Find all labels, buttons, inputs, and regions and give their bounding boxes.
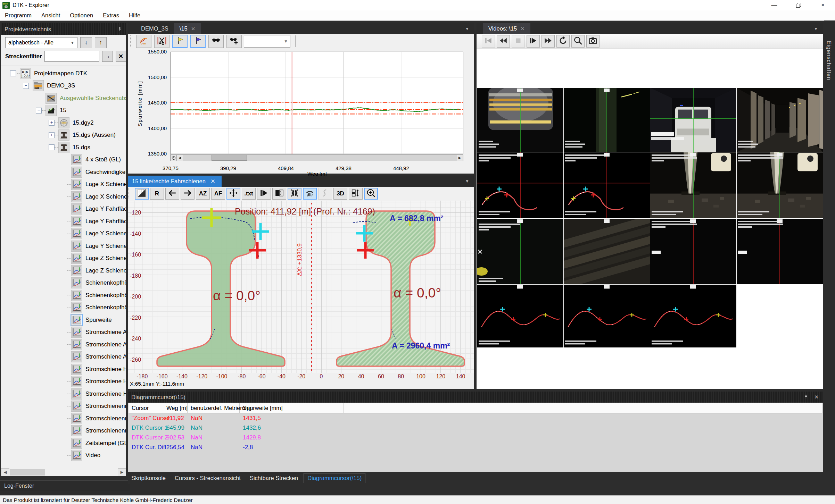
tree-expander[interactable]: − <box>36 108 42 114</box>
video-frame[interactable] <box>477 88 563 152</box>
video-frame[interactable] <box>650 152 736 218</box>
scrollbar-thumb[interactable] <box>10 469 45 476</box>
tree-item[interactable]: Stromschiene Absta <box>1 351 126 363</box>
profile-toolbar-button[interactable] <box>303 188 317 200</box>
sort-combo[interactable]: alphabetisch - Alle▼ <box>5 37 77 48</box>
close-icon[interactable]: ✕ <box>814 394 819 400</box>
chevron-down-icon[interactable]: ▼ <box>814 26 818 31</box>
chevron-down-icon[interactable]: ▼ <box>465 26 469 31</box>
chart-toolbar-button[interactable] <box>154 35 170 48</box>
tree-item[interactable]: 4 x Stoß (GL) <box>1 154 126 166</box>
bottom-tab[interactable]: Diagrammcursor(\15) <box>304 473 365 483</box>
video-frame[interactable] <box>564 219 650 284</box>
profile-toolbar-button[interactable] <box>257 188 271 200</box>
log-window-bar[interactable]: Log-Fenster <box>0 480 130 491</box>
tree-item[interactable]: Stromschiene Höhe <box>1 388 126 400</box>
video-frame[interactable] <box>737 285 823 347</box>
tree-item[interactable]: Zeitstempel (GL) <box>1 437 126 450</box>
profile-toolbar-button[interactable]: 3D <box>333 188 347 200</box>
chart-toolbar-button[interactable]: DTK <box>136 35 151 48</box>
sort-ascending-button[interactable]: ↑ <box>95 37 107 48</box>
tree-item[interactable]: Lage Y Fahrfläche S <box>1 215 126 228</box>
tree-item[interactable]: Ausgewählte Streckenabschnitte <box>1 92 126 104</box>
tree-item[interactable]: − 15.dgs <box>1 141 126 154</box>
chart-toolbar-button[interactable] <box>226 35 242 48</box>
cursor-table-row[interactable]: DTK Cur. Diff 256,54 NaN -2,8 <box>129 443 822 452</box>
video-toolbar-button[interactable] <box>556 35 570 48</box>
filter-input[interactable] <box>44 51 99 62</box>
tree-item[interactable]: Lage X Schiene L <box>1 178 126 191</box>
pin-icon[interactable] <box>803 394 809 399</box>
video-toolbar-button[interactable] <box>482 35 495 48</box>
tree-item[interactable]: Stromschiene Absta <box>1 326 126 339</box>
profile-toolbar-button[interactable] <box>135 188 149 200</box>
tree-item[interactable]: Lage Y Schiene L <box>1 228 126 240</box>
video-frame[interactable] <box>564 285 650 347</box>
video-frame[interactable] <box>737 88 823 152</box>
profile-toolbar-button[interactable] <box>272 188 286 200</box>
menu-item[interactable]: Programm <box>0 10 36 20</box>
scroll-right-icon[interactable]: ▶ <box>118 468 126 476</box>
profile-toolbar-button[interactable]: R <box>150 188 164 200</box>
tree-horizontal-scrollbar[interactable]: ◀ ▶ <box>1 468 126 476</box>
tree-item[interactable]: Lage X Schiene R <box>1 191 126 203</box>
tree-item[interactable]: Stromschienenneigu <box>1 400 126 413</box>
chart-toolbar-button[interactable] <box>172 35 188 48</box>
tab-demo-3s[interactable]: DEMO_3S <box>135 23 174 34</box>
toolbar-grip[interactable] <box>130 35 133 47</box>
tree-item[interactable]: Lage Z Schiene R <box>1 264 126 277</box>
tree-item[interactable]: Lage Z Schiene L <box>1 252 126 265</box>
cursor-table-row[interactable]: "Zoom" Cursor 411,92 NaN 1431,5 <box>129 413 822 423</box>
close-button[interactable]: × <box>811 0 835 10</box>
chart-toolbar-button[interactable] <box>208 35 224 48</box>
tree-item[interactable]: Schienenkopfhöhe- <box>1 289 126 302</box>
chevron-down-icon[interactable]: ▼ <box>465 179 469 184</box>
scrollbar-thumb[interactable] <box>212 155 247 161</box>
video-toolbar-button[interactable] <box>541 35 555 48</box>
tree-item[interactable]: Stromschiene Höhe <box>1 363 126 376</box>
rail-profile-view[interactable]: Position: 411,92 [m] (Prof. Nr.: 4169) Δ… <box>128 201 474 373</box>
video-toolbar-button[interactable] <box>586 35 600 48</box>
clock-icon[interactable] <box>171 155 177 161</box>
chart-scrollbar[interactable]: ◀ ▶ <box>170 154 463 161</box>
restore-button[interactable] <box>786 0 811 10</box>
tree-item[interactable]: Schienenkopfhöhe- <box>1 302 126 314</box>
bottom-tab[interactable]: Sichtbare Strecken <box>246 473 301 483</box>
profile-toolbar-button[interactable] <box>349 188 363 200</box>
menu-item[interactable]: Ansicht <box>36 10 65 20</box>
sort-descending-button[interactable]: ↓ <box>80 37 92 48</box>
video-frame[interactable] <box>737 219 823 284</box>
tree-item[interactable]: Stromschienenneigu <box>1 425 126 437</box>
video-frame[interactable] <box>564 88 650 152</box>
gauge-chart[interactable]: Spurweite [mm] Weg [m] 1550,001500,00145… <box>128 49 474 174</box>
video-frame[interactable] <box>737 152 823 218</box>
chart-combo[interactable]: ▼ <box>244 35 290 48</box>
scroll-left-icon[interactable]: ◀ <box>1 468 9 476</box>
tree-expander[interactable]: + <box>49 120 55 126</box>
profile-toolbar-button[interactable] <box>318 188 332 200</box>
clear-filter-button[interactable]: ✕ <box>116 51 126 62</box>
close-tab-icon[interactable]: ✕ <box>191 26 196 32</box>
profile-toolbar-button[interactable]: AF <box>211 188 225 200</box>
tree-item[interactable]: + 15.dgy2 <box>1 117 126 129</box>
toolbar-grip[interactable] <box>129 188 132 199</box>
video-frame[interactable] <box>650 219 736 284</box>
tree-item[interactable]: − 15 <box>1 104 126 117</box>
video-toolbar-button[interactable] <box>497 35 510 48</box>
bottom-tab[interactable]: Skriptkonsole <box>128 473 169 483</box>
profile-toolbar-button[interactable]: AZ <box>196 188 210 200</box>
tree-expander[interactable]: + <box>49 132 55 138</box>
video-frame[interactable] <box>564 152 650 218</box>
profile-toolbar-button[interactable] <box>288 188 301 200</box>
properties-tab[interactable]: Eigenschaften <box>826 41 832 80</box>
profile-toolbar-button[interactable]: .txt <box>242 188 256 200</box>
video-frame[interactable] <box>477 219 563 284</box>
tree-item[interactable]: Stromschienenneigu <box>1 412 126 425</box>
video-frame[interactable] <box>477 152 563 218</box>
chart-toolbar-button[interactable] <box>190 35 206 48</box>
tree-item[interactable]: Video <box>1 450 126 462</box>
tree-item[interactable]: Lage Y Fahrfläche S <box>1 203 126 216</box>
tree-item[interactable]: Spurweite <box>1 314 126 326</box>
tree-item[interactable]: Geschwindigkeit (G <box>1 166 126 178</box>
profile-tab[interactable]: 15 linke/rechte Fahrschienen ✕ <box>128 176 222 187</box>
